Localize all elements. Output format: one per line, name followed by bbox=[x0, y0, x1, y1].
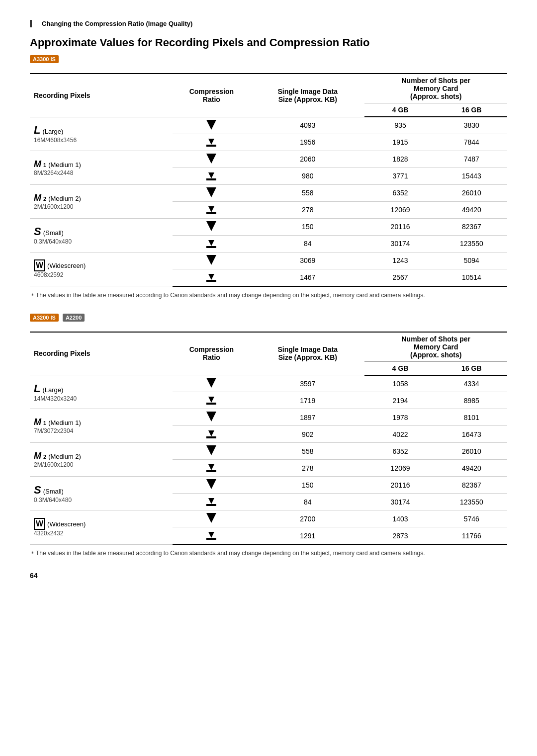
shots-16gb-fine: 123550 bbox=[436, 235, 507, 252]
svg-rect-29 bbox=[206, 538, 216, 540]
single-image-size: 2700 bbox=[251, 510, 364, 527]
svg-rect-11 bbox=[206, 246, 216, 248]
shots-4gb-fine: 12069 bbox=[364, 201, 436, 218]
svg-marker-3 bbox=[206, 154, 216, 164]
shots-16gb-fine: 49420 bbox=[436, 201, 507, 218]
col-header-compression: CompressionRatio bbox=[189, 87, 234, 103]
svg-marker-22 bbox=[208, 464, 214, 470]
single-image-size: 3597 bbox=[251, 375, 364, 392]
shots-4gb: 6352 bbox=[364, 443, 436, 460]
svg-marker-7 bbox=[208, 206, 214, 212]
svg-rect-20 bbox=[206, 436, 216, 438]
table-row: W (Widescreen)4608x2592306912435094 bbox=[30, 252, 507, 269]
compression-icon bbox=[173, 218, 251, 235]
shots-4gb-fine: 12069 bbox=[364, 460, 436, 477]
svg-rect-26 bbox=[206, 504, 216, 506]
compression-icon bbox=[173, 184, 251, 201]
col-header-recording: Recording Pixels bbox=[34, 91, 90, 99]
shots-4gb: 1243 bbox=[364, 252, 436, 269]
col2-header-shots: Number of Shots perMemory Card(Approx. s… bbox=[401, 335, 470, 359]
single-image-size: 558 bbox=[251, 184, 364, 201]
compression-icon-fine bbox=[173, 134, 251, 151]
shots-16gb: 7487 bbox=[436, 151, 507, 168]
shots-4gb-fine: 3771 bbox=[364, 168, 436, 184]
recording-pixel-label: L (Large)16M/4608x3456 bbox=[30, 117, 173, 151]
table-row: M1 (Medium 1)8M/3264x2448206018287487 bbox=[30, 151, 507, 168]
shots-16gb: 26010 bbox=[436, 184, 507, 201]
shots-4gb: 20116 bbox=[364, 477, 436, 494]
svg-rect-8 bbox=[206, 212, 216, 214]
recording-pixel-label: W (Widescreen)4320x2432 bbox=[30, 510, 173, 545]
single-image-size: 3069 bbox=[251, 252, 364, 269]
shots-16gb: 26010 bbox=[436, 443, 507, 460]
table-row: M2 (Medium 2)2M/1600x1200558635226010 bbox=[30, 443, 507, 460]
table1: Recording Pixels CompressionRatio Single… bbox=[30, 73, 507, 287]
shots-4gb: 1828 bbox=[364, 151, 436, 168]
shots-16gb: 8101 bbox=[436, 409, 507, 426]
svg-marker-1 bbox=[208, 139, 214, 145]
single-image-size-fine: 1291 bbox=[251, 527, 364, 545]
table-row: M1 (Medium 1)7M/3072x2304189719788101 bbox=[30, 409, 507, 426]
shots-16gb-fine: 15443 bbox=[436, 168, 507, 184]
shots-4gb: 6352 bbox=[364, 184, 436, 201]
single-image-size-fine: 1719 bbox=[251, 392, 364, 409]
recording-pixel-label: M1 (Medium 1)8M/3264x2448 bbox=[30, 151, 173, 184]
single-image-size-fine: 902 bbox=[251, 426, 364, 443]
svg-marker-27 bbox=[206, 513, 216, 523]
shots-4gb-fine: 4022 bbox=[364, 426, 436, 443]
model-badge-a2200: A2200 bbox=[63, 314, 85, 322]
recording-pixel-label: M2 (Medium 2)2M/1600x1200 bbox=[30, 443, 173, 477]
single-image-size-fine: 1956 bbox=[251, 134, 364, 151]
svg-marker-13 bbox=[208, 274, 214, 280]
recording-pixel-label: M1 (Medium 1)7M/3072x2304 bbox=[30, 409, 173, 443]
compression-icon bbox=[173, 510, 251, 527]
shots-16gb: 3830 bbox=[436, 117, 507, 134]
compression-icon bbox=[173, 375, 251, 392]
single-image-size: 1897 bbox=[251, 409, 364, 426]
compression-icon-fine bbox=[173, 392, 251, 409]
compression-icon bbox=[173, 409, 251, 426]
svg-rect-17 bbox=[206, 403, 216, 405]
shots-16gb-fine: 16473 bbox=[436, 426, 507, 443]
col-header-4gb: 4 GB bbox=[392, 106, 409, 114]
table-row: M2 (Medium 2)2M/1600x1200558635226010 bbox=[30, 184, 507, 201]
shots-4gb: 1978 bbox=[364, 409, 436, 426]
table1-footnote: The values in the table are measured acc… bbox=[30, 292, 507, 299]
col2-header-4gb: 4 GB bbox=[392, 364, 409, 372]
recording-pixel-label: M2 (Medium 2)2M/1600x1200 bbox=[30, 184, 173, 218]
svg-marker-6 bbox=[206, 187, 216, 197]
single-image-size: 150 bbox=[251, 218, 364, 235]
page-number: 64 bbox=[30, 572, 507, 580]
shots-16gb-fine: 49420 bbox=[436, 460, 507, 477]
svg-marker-25 bbox=[208, 498, 214, 504]
shots-4gb: 1058 bbox=[364, 375, 436, 392]
recording-pixel-label: W (Widescreen)4608x2592 bbox=[30, 252, 173, 286]
compression-icon-fine bbox=[173, 235, 251, 252]
shots-16gb-fine: 7844 bbox=[436, 134, 507, 151]
svg-marker-24 bbox=[206, 479, 216, 489]
compression-icon bbox=[173, 477, 251, 494]
compression-icon-fine bbox=[173, 426, 251, 443]
shots-16gb: 5746 bbox=[436, 510, 507, 527]
single-image-size-fine: 84 bbox=[251, 235, 364, 252]
svg-marker-4 bbox=[208, 172, 214, 178]
single-image-size-fine: 1467 bbox=[251, 269, 364, 286]
table2: Recording Pixels CompressionRatio Single… bbox=[30, 332, 507, 545]
compression-icon-fine bbox=[173, 494, 251, 510]
svg-marker-15 bbox=[206, 378, 216, 388]
single-image-size: 2060 bbox=[251, 151, 364, 168]
svg-marker-10 bbox=[208, 240, 214, 246]
table-row: L (Large)14M/4320x3240359710584334 bbox=[30, 375, 507, 392]
table-row: W (Widescreen)4320x2432270014035746 bbox=[30, 510, 507, 527]
shots-16gb-fine: 11766 bbox=[436, 527, 507, 545]
table-row: S (Small)0.3M/640x4801502011682367 bbox=[30, 218, 507, 235]
single-image-size: 150 bbox=[251, 477, 364, 494]
section-table1: A3300 IS Recording Pixels CompressionRat… bbox=[30, 55, 507, 299]
svg-marker-16 bbox=[208, 397, 214, 403]
svg-marker-9 bbox=[206, 221, 216, 231]
svg-marker-12 bbox=[206, 255, 216, 265]
single-image-size-fine: 278 bbox=[251, 201, 364, 218]
recording-pixel-label: S (Small)0.3M/640x480 bbox=[30, 218, 173, 252]
single-image-size-fine: 980 bbox=[251, 168, 364, 184]
shots-4gb-fine: 1915 bbox=[364, 134, 436, 151]
